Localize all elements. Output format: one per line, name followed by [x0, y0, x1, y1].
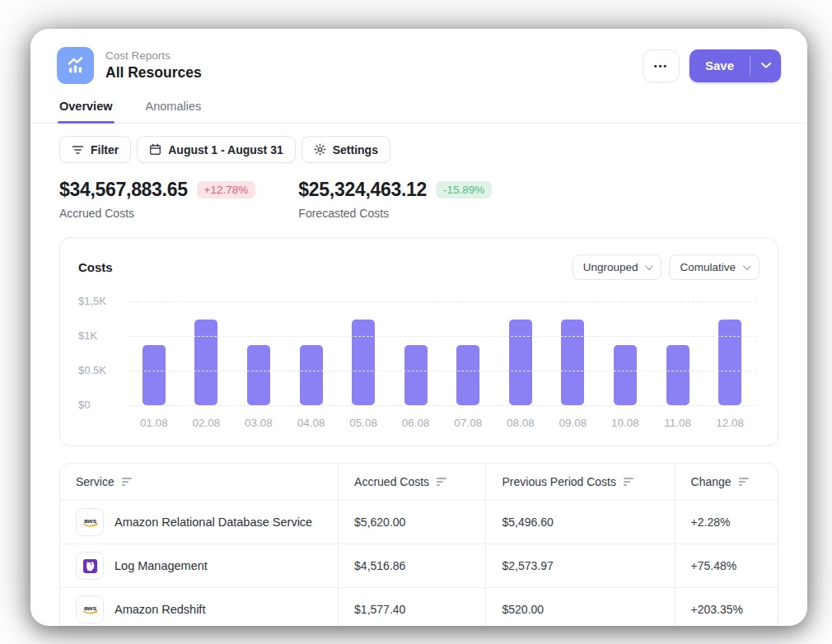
forecasted-costs-value: $25,324,463.12 [298, 179, 427, 201]
previous-period-cost-cell: $520.00 [485, 588, 674, 626]
x-tick-label: 11.08 [652, 417, 704, 429]
bar-04.08[interactable] [300, 345, 323, 405]
kpi-row: $34,567,883.65 +12.78% Accrued Costs $25… [59, 179, 778, 220]
bar-06.08[interactable] [404, 345, 428, 405]
previous-period-cost-cell: $5,496.60 [485, 501, 674, 544]
table-row-log-management[interactable]: Log Management $4,516.86 $2,573.97 +75.4… [60, 544, 778, 587]
bar-03.08[interactable] [247, 345, 270, 405]
service-name: Log Management [115, 559, 208, 572]
gridline [128, 371, 756, 371]
tab-bar: Overview Anomalies [30, 95, 807, 124]
kpi-forecasted-costs: $25,324,463.12 -15.89% Forecasted Costs [298, 179, 492, 220]
settings-button[interactable]: Settings [301, 136, 390, 163]
bar-09.08[interactable] [561, 320, 584, 405]
sort-icon [437, 478, 446, 486]
y-tick-label: $1K [78, 329, 97, 342]
column-header-accrued-costs[interactable]: Accrued Costs [338, 464, 485, 500]
aws-icon: aws [76, 508, 104, 536]
svg-text:aws: aws [83, 604, 96, 612]
column-header-previous-period-costs[interactable]: Previous Period Costs [485, 464, 674, 500]
bar-slot [337, 301, 390, 405]
table-header-row: Service Accrued Costs Previous Period Co… [60, 464, 778, 500]
forecasted-costs-label: Forecasted Costs [298, 207, 492, 220]
table-row-amazon-rds[interactable]: aws Amazon Relational Database Service $… [60, 500, 778, 544]
bar-07.08[interactable] [456, 345, 479, 405]
more-button[interactable]: ••• [643, 49, 680, 82]
save-dropdown-button[interactable] [750, 49, 781, 82]
change-cell: +2.28% [675, 501, 778, 544]
service-name: Amazon Redshift [115, 603, 205, 616]
header-actions: ••• Save [643, 49, 781, 82]
bar-10.08[interactable] [614, 345, 637, 405]
column-header-change[interactable]: Change [675, 464, 778, 500]
kpi-accrued-costs: $34,567,883.65 +12.78% Accrued Costs [59, 179, 255, 220]
bar-slot [547, 301, 600, 405]
bar-slot [128, 301, 180, 405]
gridline [128, 336, 756, 337]
bar-slot [285, 301, 338, 405]
accrued-cost-cell: $5,620.00 [338, 501, 485, 544]
bar-08.08[interactable] [509, 320, 532, 405]
save-split-button: Save [689, 49, 781, 82]
bar-11.08[interactable] [666, 345, 689, 405]
mode-select[interactable]: Comulative [669, 254, 760, 280]
gridline [128, 405, 756, 406]
bar-line-chart-icon [57, 47, 94, 84]
x-tick-label: 05.08 [337, 417, 390, 429]
save-button[interactable]: Save [689, 49, 750, 82]
x-tick-label: 08.08 [494, 417, 547, 429]
mode-value: Comulative [680, 261, 736, 273]
bar-chart: $1,5K$1K$0.5K$0 [78, 301, 760, 405]
gear-icon [314, 143, 326, 156]
svg-text:aws: aws [83, 517, 96, 525]
filter-button[interactable]: Filter [59, 136, 131, 163]
x-tick-label: 03.08 [232, 417, 285, 429]
chart-plot [128, 301, 756, 405]
chart-title: Costs [78, 260, 113, 274]
previous-period-cost-cell: $2,573.97 [485, 544, 674, 587]
x-tick-label: 01.08 [128, 417, 180, 429]
y-tick-label: $1,5K [78, 295, 106, 307]
chart-x-labels: 01.0802.0803.0804.0805.0806.0807.0808.08… [128, 417, 756, 429]
costs-chart-card: Costs Ungrouped Comulative $1,5K$1K$0.5K… [59, 237, 778, 446]
services-table: Service Accrued Costs Previous Period Co… [59, 463, 778, 626]
accrued-costs-label: Accrued Costs [59, 207, 255, 220]
bar-slot [232, 301, 285, 405]
bar-05.08[interactable] [352, 320, 375, 405]
date-range-label: August 1 - August 31 [168, 143, 283, 156]
settings-button-label: Settings [333, 143, 378, 156]
bar-01.08[interactable] [143, 345, 166, 405]
bar-12.08[interactable] [718, 320, 741, 405]
chart-bars [128, 301, 756, 405]
group-by-value: Ungrouped [583, 261, 638, 273]
column-header-service[interactable]: Service [60, 464, 338, 500]
change-cell: +203.35% [675, 588, 778, 626]
accrued-cost-cell: $4,516.86 [338, 544, 485, 587]
bar-slot [390, 301, 442, 405]
date-range-button[interactable]: August 1 - August 31 [137, 136, 296, 163]
bar-slot [703, 301, 756, 405]
table-row-amazon-redshift[interactable]: aws Amazon Redshift $1,577.40 $520.00 +2… [60, 587, 778, 626]
group-by-select[interactable]: Ungrouped [573, 254, 662, 280]
bar-slot [180, 301, 233, 405]
tab-overview[interactable]: Overview [58, 95, 115, 123]
x-tick-label: 10.08 [599, 417, 652, 429]
page-title: All Resources [105, 64, 202, 82]
x-tick-label: 07.08 [442, 417, 494, 429]
accrued-costs-value: $34,567,883.65 [59, 179, 188, 201]
forecasted-costs-change-badge: -15.89% [436, 181, 492, 198]
bar-02.08[interactable] [194, 320, 217, 405]
x-tick-label: 06.08 [390, 417, 442, 429]
chart-y-labels: $1,5K$1K$0.5K$0 [78, 301, 126, 405]
breadcrumb: Cost Reports [105, 49, 202, 62]
tab-anomalies[interactable]: Anomalies [144, 95, 203, 123]
y-tick-label: $0.5K [78, 364, 106, 376]
filter-toolbar: Filter August 1 - August 31 Settings [59, 136, 778, 163]
x-tick-label: 04.08 [285, 417, 338, 429]
calendar-icon [149, 143, 161, 156]
service-name: Amazon Relational Database Service [115, 516, 312, 529]
datadog-icon [76, 552, 104, 580]
header-title-group: Cost Reports All Resources [57, 47, 202, 84]
y-tick-label: $0 [78, 399, 90, 411]
x-tick-label: 09.08 [547, 417, 600, 429]
